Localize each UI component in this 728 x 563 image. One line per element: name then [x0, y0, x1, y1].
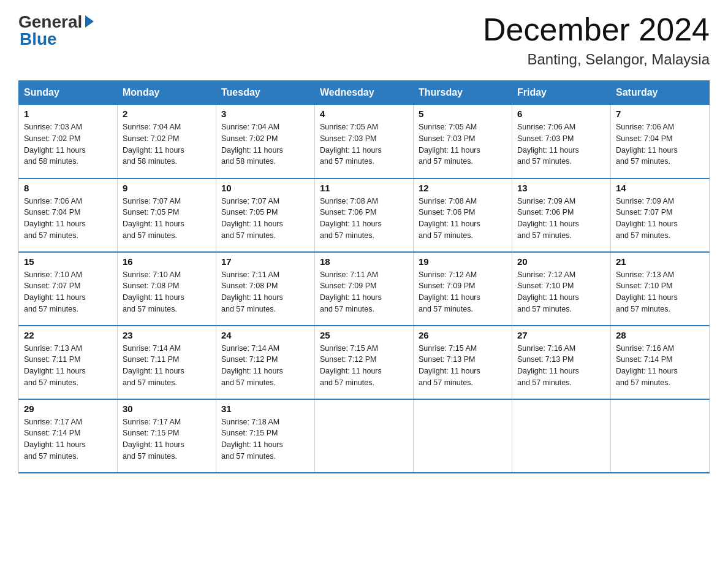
- day-number: 20: [517, 256, 605, 267]
- day-number: 30: [123, 404, 211, 414]
- day-info: Sunrise: 7:13 AMSunset: 7:10 PMDaylight:…: [616, 269, 704, 315]
- day-info: Sunrise: 7:07 AMSunset: 7:05 PMDaylight:…: [221, 196, 309, 242]
- calendar-cell: 26Sunrise: 7:15 AMSunset: 7:13 PMDayligh…: [414, 326, 512, 399]
- day-info: Sunrise: 7:15 AMSunset: 7:13 PMDaylight:…: [419, 343, 507, 389]
- header-sunday: Sunday: [19, 81, 118, 105]
- day-info: Sunrise: 7:15 AMSunset: 7:12 PMDaylight:…: [320, 343, 408, 389]
- calendar-cell: 16Sunrise: 7:10 AMSunset: 7:08 PMDayligh…: [118, 252, 216, 326]
- calendar-cell: 2Sunrise: 7:04 AMSunset: 7:02 PMDaylight…: [118, 105, 216, 178]
- header-saturday: Saturday: [611, 81, 710, 105]
- calendar-cell: [512, 399, 611, 473]
- location-title: Banting, Selangor, Malaysia: [483, 51, 710, 68]
- calendar-cell: 11Sunrise: 7:08 AMSunset: 7:06 PMDayligh…: [315, 178, 414, 252]
- day-number: 19: [419, 256, 507, 267]
- day-number: 10: [221, 183, 309, 193]
- calendar-cell: [611, 399, 710, 473]
- month-title: December 2024: [483, 12, 710, 47]
- day-number: 11: [320, 183, 408, 193]
- calendar-cell: 20Sunrise: 7:12 AMSunset: 7:10 PMDayligh…: [512, 252, 611, 326]
- day-info: Sunrise: 7:17 AMSunset: 7:14 PMDaylight:…: [24, 416, 112, 462]
- calendar-cell: 21Sunrise: 7:13 AMSunset: 7:10 PMDayligh…: [611, 252, 710, 326]
- day-number: 26: [419, 330, 507, 340]
- calendar-header-row: SundayMondayTuesdayWednesdayThursdayFrid…: [19, 81, 710, 105]
- day-info: Sunrise: 7:06 AMSunset: 7:03 PMDaylight:…: [517, 121, 605, 167]
- day-info: Sunrise: 7:12 AMSunset: 7:09 PMDaylight:…: [419, 269, 507, 315]
- day-info: Sunrise: 7:08 AMSunset: 7:06 PMDaylight:…: [419, 196, 507, 242]
- day-info: Sunrise: 7:16 AMSunset: 7:13 PMDaylight:…: [517, 343, 605, 389]
- calendar-cell: 1Sunrise: 7:03 AMSunset: 7:02 PMDaylight…: [19, 105, 118, 178]
- calendar-cell: 30Sunrise: 7:17 AMSunset: 7:15 PMDayligh…: [118, 399, 216, 473]
- calendar-cell: 28Sunrise: 7:16 AMSunset: 7:14 PMDayligh…: [611, 326, 710, 399]
- calendar-cell: 24Sunrise: 7:14 AMSunset: 7:12 PMDayligh…: [216, 326, 315, 399]
- calendar-cell: 7Sunrise: 7:06 AMSunset: 7:04 PMDaylight…: [611, 105, 710, 178]
- day-info: Sunrise: 7:09 AMSunset: 7:06 PMDaylight:…: [517, 196, 605, 242]
- day-number: 14: [616, 183, 704, 193]
- day-info: Sunrise: 7:09 AMSunset: 7:07 PMDaylight:…: [616, 196, 704, 242]
- day-number: 6: [517, 109, 605, 119]
- day-number: 15: [24, 256, 112, 267]
- day-number: 27: [517, 330, 605, 340]
- day-number: 31: [221, 404, 309, 414]
- day-info: Sunrise: 7:05 AMSunset: 7:03 PMDaylight:…: [419, 121, 507, 167]
- day-info: Sunrise: 7:04 AMSunset: 7:02 PMDaylight:…: [123, 121, 211, 167]
- day-number: 21: [616, 256, 704, 267]
- day-info: Sunrise: 7:14 AMSunset: 7:12 PMDaylight:…: [221, 343, 309, 389]
- calendar-week-row: 1Sunrise: 7:03 AMSunset: 7:02 PMDaylight…: [19, 105, 710, 178]
- day-info: Sunrise: 7:04 AMSunset: 7:02 PMDaylight:…: [221, 121, 309, 167]
- header-monday: Monday: [118, 81, 216, 105]
- day-number: 22: [24, 330, 112, 340]
- day-number: 17: [221, 256, 309, 267]
- logo: General Blue: [18, 12, 94, 49]
- logo-arrow-icon: [85, 15, 94, 28]
- calendar-cell: 29Sunrise: 7:17 AMSunset: 7:14 PMDayligh…: [19, 399, 118, 473]
- day-info: Sunrise: 7:12 AMSunset: 7:10 PMDaylight:…: [517, 269, 605, 315]
- calendar-cell: 19Sunrise: 7:12 AMSunset: 7:09 PMDayligh…: [414, 252, 512, 326]
- calendar-cell: [414, 399, 512, 473]
- day-number: 4: [320, 109, 408, 119]
- day-number: 25: [320, 330, 408, 340]
- day-info: Sunrise: 7:16 AMSunset: 7:14 PMDaylight:…: [616, 343, 704, 389]
- day-number: 23: [123, 330, 211, 340]
- calendar-cell: 3Sunrise: 7:04 AMSunset: 7:02 PMDaylight…: [216, 105, 315, 178]
- day-number: 24: [221, 330, 309, 340]
- day-info: Sunrise: 7:05 AMSunset: 7:03 PMDaylight:…: [320, 121, 408, 167]
- calendar-week-row: 29Sunrise: 7:17 AMSunset: 7:14 PMDayligh…: [19, 399, 710, 473]
- day-number: 9: [123, 183, 211, 193]
- calendar-cell: [315, 399, 414, 473]
- day-info: Sunrise: 7:11 AMSunset: 7:08 PMDaylight:…: [221, 269, 309, 315]
- header-thursday: Thursday: [414, 81, 512, 105]
- day-info: Sunrise: 7:03 AMSunset: 7:02 PMDaylight:…: [24, 121, 112, 167]
- calendar-cell: 9Sunrise: 7:07 AMSunset: 7:05 PMDaylight…: [118, 178, 216, 252]
- calendar-week-row: 22Sunrise: 7:13 AMSunset: 7:11 PMDayligh…: [19, 326, 710, 399]
- calendar-table: SundayMondayTuesdayWednesdayThursdayFrid…: [18, 80, 710, 473]
- calendar-cell: 31Sunrise: 7:18 AMSunset: 7:15 PMDayligh…: [216, 399, 315, 473]
- title-section: December 2024 Banting, Selangor, Malaysi…: [483, 12, 710, 68]
- calendar-week-row: 8Sunrise: 7:06 AMSunset: 7:04 PMDaylight…: [19, 178, 710, 252]
- day-number: 1: [24, 109, 112, 119]
- calendar-cell: 8Sunrise: 7:06 AMSunset: 7:04 PMDaylight…: [19, 178, 118, 252]
- day-number: 13: [517, 183, 605, 193]
- day-number: 16: [123, 256, 211, 267]
- calendar-cell: 10Sunrise: 7:07 AMSunset: 7:05 PMDayligh…: [216, 178, 315, 252]
- day-info: Sunrise: 7:17 AMSunset: 7:15 PMDaylight:…: [123, 416, 211, 462]
- calendar-cell: 5Sunrise: 7:05 AMSunset: 7:03 PMDaylight…: [414, 105, 512, 178]
- day-info: Sunrise: 7:10 AMSunset: 7:08 PMDaylight:…: [123, 269, 211, 315]
- calendar-cell: 17Sunrise: 7:11 AMSunset: 7:08 PMDayligh…: [216, 252, 315, 326]
- page-header: General Blue December 2024 Banting, Sela…: [18, 12, 710, 68]
- day-info: Sunrise: 7:07 AMSunset: 7:05 PMDaylight:…: [123, 196, 211, 242]
- day-info: Sunrise: 7:10 AMSunset: 7:07 PMDaylight:…: [24, 269, 112, 315]
- calendar-cell: 23Sunrise: 7:14 AMSunset: 7:11 PMDayligh…: [118, 326, 216, 399]
- calendar-cell: 22Sunrise: 7:13 AMSunset: 7:11 PMDayligh…: [19, 326, 118, 399]
- header-wednesday: Wednesday: [315, 81, 414, 105]
- day-number: 18: [320, 256, 408, 267]
- calendar-cell: 13Sunrise: 7:09 AMSunset: 7:06 PMDayligh…: [512, 178, 611, 252]
- calendar-cell: 25Sunrise: 7:15 AMSunset: 7:12 PMDayligh…: [315, 326, 414, 399]
- day-number: 28: [616, 330, 704, 340]
- day-info: Sunrise: 7:08 AMSunset: 7:06 PMDaylight:…: [320, 196, 408, 242]
- calendar-cell: 15Sunrise: 7:10 AMSunset: 7:07 PMDayligh…: [19, 252, 118, 326]
- calendar-cell: 14Sunrise: 7:09 AMSunset: 7:07 PMDayligh…: [611, 178, 710, 252]
- day-number: 7: [616, 109, 704, 119]
- day-info: Sunrise: 7:18 AMSunset: 7:15 PMDaylight:…: [221, 416, 309, 462]
- day-number: 12: [419, 183, 507, 193]
- calendar-cell: 12Sunrise: 7:08 AMSunset: 7:06 PMDayligh…: [414, 178, 512, 252]
